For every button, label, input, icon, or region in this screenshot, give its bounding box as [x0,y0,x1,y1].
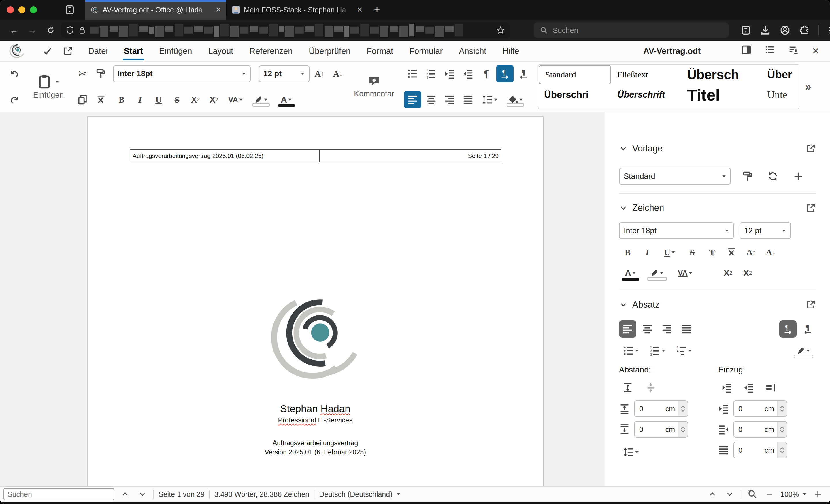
sb-char-spacing-button[interactable]: VA [672,264,699,282]
style-ueberschrift-4[interactable]: Überschrift [611,85,681,105]
update-style-button[interactable] [739,168,756,185]
absatz-section-header[interactable]: Absatz [619,298,816,311]
sb-increase-indent-button[interactable] [718,379,735,396]
word-count-status[interactable]: 3.490 Wörter, 28.386 Zeichen [215,490,309,499]
sb-strikethrough-button[interactable]: S [683,244,701,261]
menu-datei[interactable]: Datei [80,42,116,60]
bookmark-star-icon[interactable] [496,26,505,35]
align-left-button[interactable] [404,91,421,108]
sb-align-left-button[interactable] [619,320,636,338]
shrink-font-button[interactable]: A↓ [329,65,346,82]
sidebar-toggle-icon[interactable] [741,44,752,58]
sb-underline-button[interactable]: U [658,244,681,261]
close-window-button[interactable] [7,6,14,13]
ltr-paragraph-button[interactable] [496,65,514,82]
rtl-paragraph-button[interactable] [515,65,532,82]
sb-paragraph-bg-button[interactable] [791,342,816,360]
style-fliesstext[interactable]: Fließtext [611,65,681,85]
doc-name-line[interactable]: Stephan Hadan [88,402,543,415]
find-next-button[interactable] [136,488,149,501]
sb-highlight-color-button[interactable] [644,264,670,282]
sb-bold-button[interactable]: B [619,244,636,261]
minimize-window-button[interactable] [19,6,25,13]
undo-button[interactable] [6,65,23,82]
paste-button[interactable]: Einfügen [24,64,73,109]
chevron-down-icon[interactable] [55,79,59,84]
menu-ansicht[interactable]: Ansicht [451,42,494,60]
doc-line1[interactable]: Auftragsverarbeitungsvertrag [88,438,543,447]
next-page-button[interactable] [723,488,736,501]
style-standard[interactable]: Standard [539,65,611,84]
downloads-icon[interactable] [757,23,773,38]
sb-align-center-button[interactable] [639,320,656,338]
menu-format[interactable]: Format [358,42,401,60]
menu-hamburger-icon[interactable] [825,23,830,38]
font-size-select[interactable]: 12 pt [259,65,310,82]
sb-font-color-button[interactable]: A [619,264,642,282]
style-ueberschrift-3[interactable]: Überschri [538,85,611,105]
stepper[interactable] [777,422,787,437]
grow-font-button[interactable]: A↑ [311,65,328,82]
cut-button[interactable]: ✂ [74,65,91,82]
sb-decrease-indent-button[interactable] [740,379,757,396]
stepper[interactable] [678,401,688,416]
char-spacing-button[interactable]: VA [224,91,248,108]
underline-button[interactable]: U [150,91,167,108]
strikethrough-button[interactable]: S [168,91,186,108]
sb-ltr-button[interactable] [779,320,797,338]
sb-subscript-button[interactable]: X2 [739,264,756,282]
find-previous-button[interactable] [119,488,131,501]
chevron-down-icon[interactable] [619,204,628,212]
line-spacing-button[interactable] [478,91,502,108]
menu-referenzen[interactable]: Referenzen [241,42,300,60]
reset-zoom-button[interactable] [746,488,759,501]
back-button[interactable]: ← [6,23,22,38]
toolbar-expand-button[interactable]: » [801,64,816,109]
document-canvas[interactable]: Auftragsverarbeitungsvertrag 2025.01 (06… [0,112,605,486]
tracking-shield-icon[interactable] [66,26,74,35]
find-input[interactable] [3,488,114,500]
menu-formular[interactable]: Formular [401,42,451,60]
forward-button[interactable]: → [24,23,40,38]
sb-outline-list-button[interactable] [672,342,696,360]
font-color-button[interactable]: A [274,91,298,108]
style-untertitel[interactable]: Unte [761,85,799,105]
sb-numbered-list-button[interactable] [645,342,670,360]
browser-search-field[interactable]: Suchen [534,23,729,38]
sync-style-button[interactable] [764,168,781,185]
sb-superscript-button[interactable]: X2 [719,264,737,282]
tab-close-icon[interactable]: ✕ [357,6,362,14]
firefox-view-icon[interactable] [60,0,79,20]
new-tab-button[interactable]: + [367,0,387,20]
close-document-icon[interactable]: ✕ [812,45,820,57]
clone-formatting-button[interactable] [92,65,109,82]
find-input-field[interactable] [7,490,110,499]
zeichen-section-header[interactable]: Zeichen [619,202,816,214]
save-status-check-icon[interactable] [39,43,56,59]
align-justify-button[interactable] [459,91,477,108]
italic-button[interactable]: I [131,91,149,108]
sb-bullet-list-button[interactable] [619,342,643,360]
previous-page-button[interactable] [706,488,719,501]
menu-start[interactable]: Start [116,42,151,60]
copy-button[interactable] [74,91,91,108]
decrease-spacing-button[interactable] [642,379,660,396]
zoom-window-button[interactable] [30,6,37,13]
address-bar[interactable] [61,23,510,38]
external-link-icon[interactable] [805,202,816,213]
background-color-button[interactable] [503,91,528,108]
account-icon[interactable] [777,23,793,38]
font-name-select[interactable]: Inter 18pt [113,65,251,82]
chevron-down-icon[interactable] [619,300,628,309]
menu-ueberpruefen[interactable]: Überprüfen [300,42,358,60]
doc-tagline[interactable]: Professional IT-Services [88,415,543,425]
page-header-table[interactable]: Auftragsverarbeitungsvertrag 2025.01 (06… [130,149,502,162]
style-ueberschrift-1[interactable]: Übersch [681,65,761,85]
new-style-button[interactable] [790,168,807,185]
external-link-icon[interactable] [805,299,816,310]
sb-font-size-select[interactable]: 12 pt [739,222,791,239]
style-ueberschrift-2[interactable]: Über [761,65,799,85]
hanging-indent-button[interactable] [762,379,779,396]
style-titel[interactable]: Titel [681,85,761,105]
sb-grow-font-button[interactable]: A↑ [742,244,760,261]
